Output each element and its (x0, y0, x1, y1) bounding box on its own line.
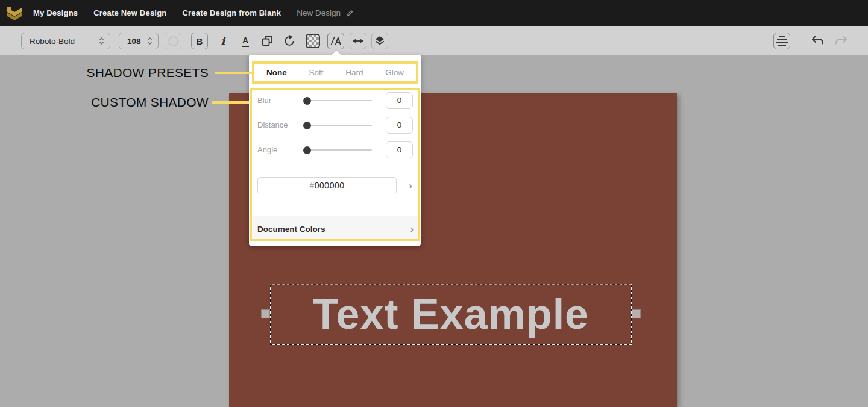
annotation-custom-shadow: CUSTOM SHADOW (48, 95, 209, 110)
annotation-line-custom (212, 101, 249, 104)
italic-button[interactable]: i (215, 33, 231, 49)
design-title-text: New Design (297, 8, 341, 17)
chevron-right-icon: › (410, 216, 414, 242)
layers-button[interactable] (371, 33, 388, 49)
undo-button[interactable] (808, 33, 827, 49)
tab-none[interactable]: None (266, 68, 287, 77)
distance-value-input[interactable]: 0 (386, 117, 413, 134)
font-family-select[interactable]: Roboto-Bold (21, 33, 110, 49)
spinner-arrows-icon (98, 36, 105, 46)
font-size-value: 108 (127, 37, 141, 46)
annotation-line-presets (215, 72, 252, 74)
text-selection-box[interactable]: Text Example (270, 284, 632, 345)
stretch-horizontal-button[interactable] (350, 33, 366, 49)
blur-value-input[interactable]: 0 (386, 92, 413, 109)
text-color-swatch-button[interactable] (165, 33, 181, 49)
resize-handle-left[interactable] (261, 309, 270, 318)
distance-slider[interactable] (304, 125, 372, 126)
angle-slider[interactable] (304, 149, 372, 151)
angle-row: Angle 0 (249, 141, 421, 158)
layers-icon (373, 34, 386, 48)
tab-glow[interactable]: Glow (385, 68, 404, 77)
app-logo-icon[interactable] (6, 5, 23, 22)
design-title[interactable]: New Design (297, 8, 354, 17)
popup-caret (331, 51, 342, 55)
italic-icon: i (221, 35, 225, 47)
shadow-color-input[interactable]: #000000 (257, 177, 397, 194)
blur-label: Blur (257, 92, 271, 109)
resize-handle-right[interactable] (632, 309, 641, 318)
bold-icon: B (197, 36, 203, 46)
spinner-arrows-icon (146, 36, 153, 46)
color-circle-icon (168, 36, 178, 46)
hex-hash-prefix: # (309, 181, 314, 190)
tab-hard[interactable]: Hard (345, 68, 363, 77)
duplicate-button[interactable] (259, 33, 275, 49)
align-button[interactable] (773, 33, 790, 49)
hex-color-value: 000000 (315, 181, 345, 190)
font-family-value: Roboto-Bold (30, 37, 75, 46)
duplicate-icon (260, 34, 274, 48)
text-shadow-icon (329, 35, 342, 47)
shadow-panel: None Soft Hard Glow Blur 0 Distance 0 An… (249, 55, 421, 246)
underline-button[interactable]: A (237, 33, 254, 49)
angle-label: Angle (257, 141, 277, 158)
panel-divider (257, 167, 412, 167)
undo-icon (810, 34, 825, 48)
annotation-shadow-presets: SHADOW PRESETS (48, 66, 209, 80)
nav-create-design-from-blank[interactable]: Create Design from Blank (182, 8, 281, 17)
redo-button[interactable] (832, 33, 851, 49)
transparency-checker-icon (306, 34, 320, 48)
text-shadow-button[interactable] (327, 33, 344, 49)
rotate-icon (283, 34, 296, 48)
font-size-select[interactable]: 108 (119, 33, 159, 49)
edit-pencil-icon[interactable] (345, 9, 354, 17)
blur-row: Blur 0 (249, 92, 421, 109)
app-window: My Designs Create New Design Create Desi… (0, 0, 868, 407)
document-colors-label: Document Colors (257, 216, 326, 242)
distance-slider-thumb[interactable] (303, 122, 311, 129)
format-toolbar: Roboto-Bold 108 B i A (0, 26, 868, 55)
angle-slider-thumb[interactable] (303, 146, 311, 154)
distance-row: Distance 0 (249, 117, 421, 134)
angle-value-input[interactable]: 0 (386, 141, 413, 158)
tab-soft[interactable]: Soft (309, 68, 323, 77)
underline-icon: A (242, 36, 249, 47)
chevron-right-icon[interactable]: › (404, 177, 417, 194)
document-colors-row[interactable]: Document Colors › (249, 216, 421, 241)
transparency-button[interactable] (304, 33, 321, 49)
canvas-text[interactable]: Text Example (313, 290, 589, 338)
distance-label: Distance (257, 117, 288, 134)
nav-create-new-design[interactable]: Create New Design (93, 8, 166, 17)
rotate-button[interactable] (281, 33, 298, 49)
blur-slider-thumb[interactable] (303, 97, 311, 105)
horizontal-arrows-icon (351, 34, 365, 48)
redo-icon (834, 34, 849, 48)
blur-slider[interactable] (304, 100, 372, 101)
shadow-preset-tabs: None Soft Hard Glow (252, 61, 418, 84)
top-menu-bar: My Designs Create New Design Create Desi… (0, 0, 868, 26)
main-nav: My Designs Create New Design Create Desi… (33, 8, 354, 17)
bold-button[interactable]: B (191, 33, 208, 49)
nav-my-designs[interactable]: My Designs (33, 8, 78, 17)
align-center-icon (776, 36, 788, 46)
